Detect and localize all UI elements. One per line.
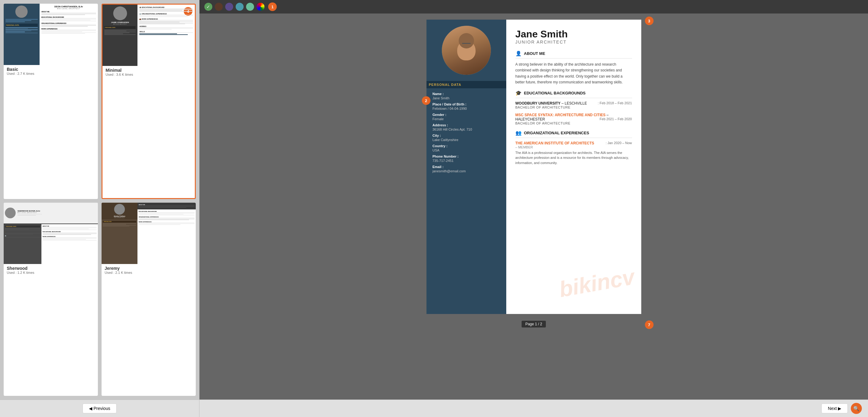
personal-data-name-label: Name :	[433, 92, 500, 96]
personal-data-email-label: Email :	[433, 165, 500, 169]
next-label: Next ▶	[828, 406, 841, 411]
personal-data-country-value: USA	[433, 149, 500, 152]
personal-data-city-label: City :	[433, 134, 500, 137]
preview-panel: ✓ 1 3	[199, 0, 868, 399]
template-label-sherwood: Sherwood Used : 1.2 K times	[4, 264, 98, 277]
resume-page: PERSONAL DATA Name : Jane Smith Place / …	[427, 20, 641, 314]
edu-degree-1: BACHELOR OF ARCHITECTURE	[516, 105, 632, 109]
template-gallery: PERSONAL DATA DEON CHRISTIANSEN, B.Ar MI…	[0, 0, 199, 399]
color-dark-brown[interactable]	[215, 3, 223, 11]
template-card-sherwood[interactable]: SHERWOOD BAYER, B.Ar MID-LEVEL ARCHITECT…	[4, 203, 98, 396]
org-item-1: THE AMERICAN INSTITUTE OF ARCHITECTS : J…	[516, 141, 632, 166]
personal-data-address-value: 36168 Hill Circles Apt. 710	[433, 128, 500, 131]
edu-org-1: WOODBURY UNIVERSITY – LESCHVILLE : Feb 2…	[516, 101, 632, 105]
template-preview-jeremy: Jeremy Corkery MID-LEVEL ARCHITECT PERSO…	[101, 203, 196, 264]
color-toolbar: ✓ 1	[199, 0, 868, 13]
template-card-minimal[interactable]: 4 JAMIE VONRUEDEN MID-LEVEL ARCHITECT PE…	[101, 4, 196, 199]
main-container: PERSONAL DATA DEON CHRISTIANSEN, B.Ar MI…	[0, 0, 868, 399]
personal-data-gender-value: Female	[433, 117, 500, 121]
previous-label: ◀ Previous	[89, 406, 110, 411]
template-used-jeremy: Used : 2.1 K times	[105, 271, 193, 275]
template-used-sherwood: Used : 1.2 K times	[7, 271, 95, 275]
template-preview-sherwood: SHERWOOD BAYER, B.Ar MID-LEVEL ARCHITECT…	[4, 203, 98, 264]
template-name-minimal: Minimal	[105, 68, 192, 73]
color-purple[interactable]	[225, 3, 233, 11]
resume-name: Jane Smith	[516, 29, 632, 39]
color-green[interactable]	[246, 3, 254, 11]
org-section-header: 👥 ORGANIZATIONAL EXPERIENCES	[516, 130, 632, 138]
resume-sidebar: PERSONAL DATA Name : Jane Smith Place / …	[427, 20, 506, 314]
template-label-basic: Basic Used : 2.7 K times	[4, 65, 98, 78]
badge-3: 3	[645, 17, 654, 25]
template-used-basic: Used : 2.7 K times	[7, 72, 95, 75]
resume-job-title: JUNIOR ARCHITECT	[516, 39, 632, 44]
color-check-button[interactable]: ✓	[204, 3, 212, 11]
color-rainbow[interactable]	[256, 3, 265, 11]
education-title: EDUCATIONAL BACKGROUNDS	[524, 91, 586, 95]
template-name-basic: Basic	[7, 67, 95, 72]
bottom-navigation: ◀ Previous Next ▶ 🔍	[0, 399, 868, 417]
template-label-jeremy: Jeremy Used : 2.1 K times	[101, 264, 196, 277]
about-icon: 👤	[516, 51, 522, 56]
education-icon: 🎓	[516, 90, 522, 96]
education-section-header: 🎓 EDUCATIONAL BACKGROUNDS	[516, 90, 632, 98]
about-section-header: 👤 ABOUT ME	[516, 51, 632, 59]
about-title: ABOUT ME	[524, 51, 545, 56]
zoom-button[interactable]: 🔍	[851, 403, 862, 414]
personal-data-city-value: Lake Caitlynshire	[433, 138, 500, 142]
resume-photo	[442, 26, 491, 75]
color-teal[interactable]	[236, 3, 244, 11]
template-preview-basic: PERSONAL DATA DEON CHRISTIANSEN, B.Ar MI…	[4, 4, 98, 65]
page-indicator: Page 1 / 2	[522, 321, 546, 327]
about-text: A strong believer in the ability of the …	[516, 62, 632, 85]
badge-7: 7	[645, 320, 654, 329]
nav-left: ◀ Previous	[0, 400, 199, 417]
edu-item-1: WOODBURY UNIVERSITY – LESCHVILLE : Feb 2…	[516, 101, 632, 109]
template-card-jeremy[interactable]: Jeremy Corkery MID-LEVEL ARCHITECT PERSO…	[101, 203, 196, 396]
template-label-minimal: Minimal Used : 3.6 K times	[102, 66, 195, 79]
badge-2: 2	[422, 96, 431, 105]
personal-data-dob-label: Place / Date of Birth :	[433, 102, 500, 106]
personal-data-name-value: Jane Smith	[433, 96, 500, 100]
next-button[interactable]: Next ▶	[822, 404, 848, 413]
template-preview-minimal: JAMIE VONRUEDEN MID-LEVEL ARCHITECT PERS…	[102, 5, 195, 66]
template-card-basic[interactable]: PERSONAL DATA DEON CHRISTIANSEN, B.Ar MI…	[4, 4, 98, 199]
nav-right: Next ▶ 🔍	[199, 400, 868, 417]
resume-main-content: Jane Smith JUNIOR ARCHITECT 👤 ABOUT ME A…	[506, 20, 641, 314]
personal-data-email-value: janesmith@email.com	[433, 169, 500, 173]
resume-preview-area[interactable]: 3 PERSONAL DATA	[199, 13, 868, 399]
template-used-minimal: Used : 3.6 K times	[105, 73, 192, 76]
template-name-sherwood: Sherwood	[7, 266, 95, 271]
personal-data-address-label: Address :	[433, 123, 500, 127]
edu-org-2: MSC SPACE SYNTAX: ARCHITECTURE AND CITIE…	[516, 113, 632, 121]
personal-data-phone-label: Phone Number :	[433, 155, 500, 158]
template-name-jeremy: Jeremy	[105, 266, 193, 271]
personal-data-country-label: Country :	[433, 144, 500, 148]
personal-data-title: PERSONAL DATA	[427, 81, 506, 88]
org-desc-1: The AIA is a professional organization f…	[516, 150, 632, 166]
org-icon: 👥	[516, 130, 522, 136]
toolbar-badge-1: 1	[268, 2, 277, 11]
edu-item-2: MSC SPACE SYNTAX: ARCHITECTURE AND CITIE…	[516, 113, 632, 125]
org-title: ORGANIZATIONAL EXPERIENCES	[524, 131, 589, 135]
edu-degree-2: BACHELOR OF ARCHITECTURE	[516, 121, 632, 125]
personal-data-dob-value: Felixtown / 04-04-1990	[433, 107, 500, 110]
org-role-1: – MEMBER	[516, 145, 632, 149]
personal-data-phone-value: 735-717-2451	[433, 159, 500, 162]
zoom-icon: 🔍	[853, 406, 860, 412]
previous-button[interactable]: ◀ Previous	[83, 404, 117, 413]
org-name-1: THE AMERICAN INSTITUTE OF ARCHITECTS : J…	[516, 141, 632, 145]
personal-data-gender-label: Gender :	[433, 113, 500, 117]
